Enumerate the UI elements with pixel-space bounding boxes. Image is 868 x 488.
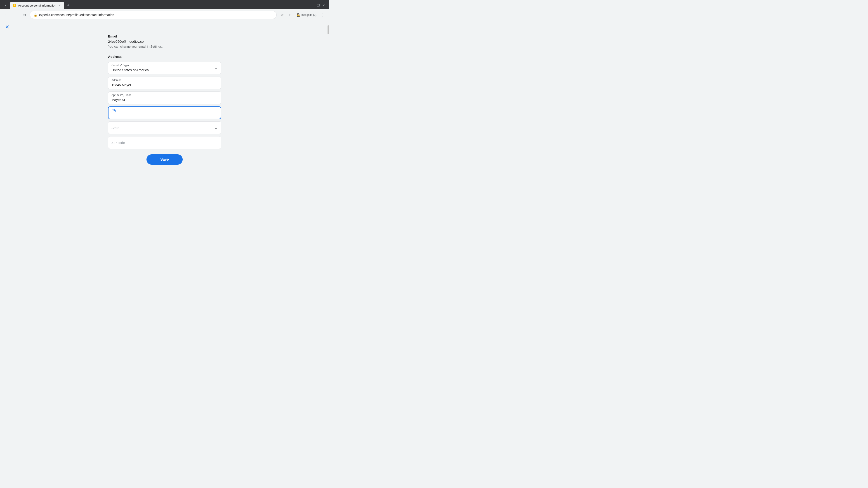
country-chevron-icon: ⌄ [214,66,218,70]
country-value: United States of America [112,68,149,72]
city-input[interactable] [108,107,221,119]
state-field-wrapper: State ⌄ [108,121,221,134]
scrollbar[interactable] [327,21,329,184]
close-button[interactable]: ✕ [4,24,11,31]
reload-button[interactable]: ↻ [21,11,28,19]
browser-toolbar: ← → ↻ 🔒 expedia.com/account/profile?edit… [0,9,329,21]
country-select[interactable]: Country/Region United States of America … [108,62,221,74]
tab-bar: ▼ Z Account personal information ✕ + — ❐… [0,0,329,9]
tab-group: Z Account personal information ✕ [10,2,64,9]
incognito-indicator[interactable]: 🕵 Incognito (2) [295,12,318,18]
state-select[interactable]: State ⌄ [108,121,221,134]
tab-close-button[interactable]: ✕ [58,4,61,7]
forward-button[interactable]: → [12,11,19,19]
state-chevron-icon: ⌄ [214,125,218,130]
email-section-label: Email [108,34,221,38]
address-input-box[interactable]: Address 12345 Mayer [108,76,221,89]
state-placeholder: State [112,126,119,130]
bookmark-button[interactable]: ☆ [278,11,286,19]
address-field-wrapper: Address 12345 Mayer [108,76,221,89]
country-label: Country/Region [112,64,130,67]
email-note: You can change your email in Settings. [108,45,221,48]
page-content: ✕ Email 24ee050e@moodjoy.com You can cha… [0,21,329,184]
browser-chrome: ▼ Z Account personal information ✕ + — ❐… [0,0,329,21]
active-tab[interactable]: Z Account personal information ✕ [10,2,64,9]
menu-button[interactable]: ⋮ [319,11,327,19]
save-button[interactable]: Save [147,154,183,165]
minimize-button[interactable]: — [311,4,315,7]
extensions-button[interactable]: ⊡ [287,11,294,19]
apt-field-wrapper: Apt, Suite, Floor Mayer St [108,92,221,104]
url-text: expedia.com/account/profile?edit=contact… [39,13,273,17]
zip-field-wrapper: ZIP code [108,136,221,149]
apt-label: Apt, Suite, Floor [112,94,131,97]
email-value: 24ee050e@moodjoy.com [108,39,221,43]
incognito-label: Incognito (2) [301,13,316,17]
address-section-label: Address [108,55,221,59]
back-button[interactable]: ← [3,11,10,19]
address-value: 12345 Mayer [112,83,131,87]
tab-title: Account personal information [18,4,56,7]
tab-favicon: Z [13,4,16,7]
address-section: Address Country/Region United States of … [108,55,221,165]
apt-input-box[interactable]: Apt, Suite, Floor Mayer St [108,92,221,104]
country-field: Country/Region United States of America … [108,62,221,74]
zip-input-box[interactable]: ZIP code [108,136,221,149]
new-tab-button[interactable]: + [65,2,71,8]
window-controls: — ❐ ✕ [309,3,327,8]
toolbar-right: ☆ ⊡ 🕵 Incognito (2) ⋮ [278,11,327,19]
zip-placeholder: ZIP code [112,141,125,144]
scrollbar-thumb[interactable] [328,25,329,34]
city-field-wrapper: City [108,106,221,119]
maximize-button[interactable]: ❐ [316,4,320,7]
city-input-box[interactable]: City [108,106,221,119]
form-container: Email 24ee050e@moodjoy.com You can chang… [103,30,225,169]
apt-value: Mayer St [112,98,125,102]
tab-list-arrow[interactable]: ▼ [3,3,8,8]
email-section: Email 24ee050e@moodjoy.com You can chang… [108,34,221,48]
close-window-button[interactable]: ✕ [322,4,326,7]
address-label: Address [112,78,121,82]
address-bar[interactable]: 🔒 expedia.com/account/profile?edit=conta… [30,11,277,19]
lock-icon: 🔒 [34,13,37,17]
